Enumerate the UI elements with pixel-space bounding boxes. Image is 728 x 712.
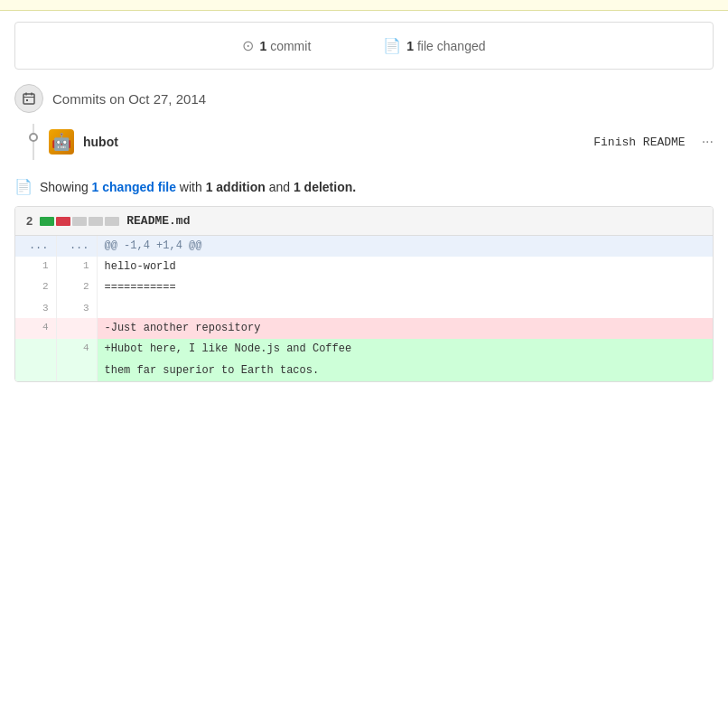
- timeline-line: [33, 124, 34, 160]
- file-diff: 2 README.md ... ... @@ -1,4 +1,4 @@ 1 1 …: [14, 206, 714, 382]
- diff-hunk-header: ... ... @@ -1,4 +1,4 @@: [15, 236, 713, 257]
- commit-row: 🤖 hubot Finish README ···: [49, 124, 714, 160]
- timeline-dot: [29, 133, 38, 142]
- avatar-image: 🤖: [49, 129, 74, 155]
- diff-summary: 📄 Showing 1 changed file with 1 addition…: [14, 178, 714, 195]
- diff-bar-green: [40, 217, 54, 226]
- new-line-num: [56, 361, 97, 381]
- line-content: [97, 299, 713, 319]
- commit-more-button[interactable]: ···: [702, 134, 714, 150]
- calendar-icon: [14, 84, 43, 113]
- changed-file-link[interactable]: 1 changed file: [92, 180, 176, 194]
- old-line-num: 4: [15, 318, 56, 339]
- old-line-num: [15, 339, 56, 360]
- avatar: 🤖: [49, 129, 74, 155]
- line-content: hello-world: [97, 257, 713, 277]
- table-row: them far superior to Earth tacos.: [15, 361, 713, 381]
- table-row: 4 -Just another repository: [15, 318, 713, 339]
- file-name: README.md: [126, 214, 190, 228]
- file-diff-header: 2 README.md: [15, 207, 713, 236]
- diff-bar-gray-2: [89, 217, 103, 226]
- diff-bar-gray-1: [72, 217, 87, 226]
- line-content: -Just another repository: [97, 318, 713, 339]
- new-line-num: [56, 318, 97, 339]
- old-line-num: 3: [15, 299, 56, 319]
- old-line-num: 1: [15, 257, 56, 277]
- svg-rect-4: [26, 99, 28, 101]
- table-row: 3 3: [15, 299, 713, 319]
- commit-author[interactable]: hubot: [83, 135, 118, 149]
- file-stat: 📄 1 file changed: [383, 37, 485, 54]
- diff-summary-text: Showing 1 changed file with 1 addition a…: [40, 180, 356, 194]
- diff-bar-red: [56, 217, 70, 226]
- commit-timeline: 🤖 hubot Finish README ···: [14, 124, 714, 160]
- file-changed-count: 1 file changed: [406, 39, 485, 53]
- stats-bar: ⊙ 1 commit 📄 1 file changed: [14, 22, 714, 70]
- new-line-num: 3: [56, 299, 97, 319]
- top-bar: [0, 0, 728, 11]
- hunk-new-num: ...: [56, 236, 97, 257]
- diff-stat-bars: [40, 217, 119, 226]
- commits-date-label: Commits on Oct 27, 2014: [52, 91, 206, 107]
- line-content: them far superior to Earth tacos.: [97, 361, 713, 381]
- line-content: +Hubot here, I like Node.js and Coffee: [97, 339, 713, 360]
- file-icon: 📄: [383, 37, 401, 54]
- commits-date-header: Commits on Oct 27, 2014: [14, 84, 714, 113]
- commit-stat: ⊙ 1 commit: [242, 37, 311, 54]
- table-row: 2 2 ===========: [15, 277, 713, 298]
- commit-icon: ⊙: [242, 37, 254, 54]
- diff-bar-gray-3: [105, 217, 119, 226]
- commits-section: Commits on Oct 27, 2014 🤖 hubot Finish R…: [14, 84, 714, 160]
- hunk-content: @@ -1,4 +1,4 @@: [97, 236, 713, 257]
- new-line-num: 4: [56, 339, 97, 360]
- new-line-num: 2: [56, 277, 97, 298]
- diff-number: 2: [26, 214, 33, 228]
- table-row: 1 1 hello-world: [15, 257, 713, 277]
- hunk-old-num: ...: [15, 236, 56, 257]
- commit-count: 1 commit: [259, 39, 311, 53]
- old-line-num: [15, 361, 56, 381]
- new-line-num: 1: [56, 257, 97, 277]
- svg-rect-0: [23, 94, 34, 104]
- diff-table: ... ... @@ -1,4 +1,4 @@ 1 1 hello-world …: [15, 236, 713, 381]
- commit-message[interactable]: Finish README: [127, 136, 686, 149]
- diff-summary-icon: 📄: [14, 178, 33, 195]
- old-line-num: 2: [15, 277, 56, 298]
- table-row: 4 +Hubot here, I like Node.js and Coffee: [15, 339, 713, 360]
- line-content: ===========: [97, 277, 713, 298]
